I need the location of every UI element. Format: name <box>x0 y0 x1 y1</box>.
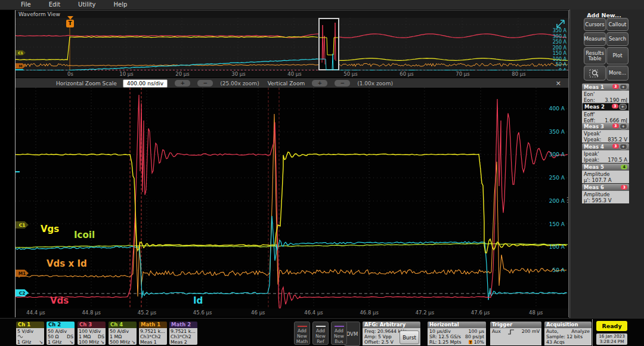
overview-amp-tick: 300 A <box>553 34 566 39</box>
more-button[interactable]: More... <box>606 66 628 81</box>
meas-header-3[interactable]: Meas 33+ <box>582 123 629 130</box>
meas-source-badge: 3 <box>612 84 619 89</box>
badge-cell: Ch3*Ch2 <box>140 334 161 339</box>
menu-help[interactable]: Help <box>114 0 128 10</box>
meas-card-4[interactable]: Meas 43+Ipeak'Ipeak:170.5 A <box>582 143 629 163</box>
time-axis-tick: 46.8 µs <box>357 310 381 316</box>
amp-axis-tick: 350 A <box>549 129 565 135</box>
waveform-view-tab[interactable]: Waveform View <box>15 11 60 17</box>
close-zoom-bar-button[interactable]: × <box>556 79 561 87</box>
channel-badge-ch-1[interactable]: Ch 15 V/div1 GHz↘ <box>16 322 44 345</box>
meas-body: Eoff'Eoff:1.666 mJ <box>582 111 629 123</box>
expand-overview-icon[interactable] <box>556 19 566 29</box>
date-text: 16 Jan 2023 <box>596 333 627 339</box>
trigger-position-marker[interactable]: T <box>66 20 74 27</box>
channel-badge-ch-2[interactable]: Ch 250 A/div50 ΩDS1 GHz↘ <box>47 322 75 345</box>
acquisition-panel[interactable]: Acquisition Auto,Analyze Sample: 12 bits… <box>544 322 592 345</box>
channel-badge-ch-4[interactable]: Ch 450 A/div1 MΩ500 MHz↘ <box>109 322 137 345</box>
meas-body: Amplitudeµ':107.7 A <box>582 171 629 183</box>
horizontal-panel[interactable]: Horizontal 10 µs/div100 µs SR: 12.5 GS/s… <box>428 322 486 345</box>
amp-axis-tick: 150 A <box>549 221 565 227</box>
badge-cell: 1 MΩ <box>110 334 122 339</box>
meas-header-4[interactable]: Meas 43+ <box>582 143 629 150</box>
window-border-right <box>568 10 569 317</box>
v-zoom-minus-button[interactable]: − <box>335 80 350 86</box>
meas-header-1[interactable]: Meas 13+ <box>582 84 629 91</box>
acquisition-mode: Auto, <box>546 329 559 334</box>
channel-badge-header-ch-1: Ch 1 <box>16 322 44 328</box>
meas-header-6[interactable]: Meas 63 <box>582 184 629 191</box>
time-axis-tick: 46 µs <box>246 310 270 316</box>
zoomed-waveform-view[interactable]: Vgs Icoil Vds x Id Vds Id C1M1C2400 A350… <box>16 88 568 308</box>
color-key-line <box>335 326 344 327</box>
overview-amp-tick: 100 A <box>553 57 566 62</box>
badge-row: 1 MΩDS <box>79 334 104 339</box>
panel-drag-handle[interactable]: ⋮ <box>564 196 571 204</box>
badge-row: 500 MHz↘ <box>110 339 135 345</box>
meas-card-1[interactable]: Meas 13+Eon'Eon:3.190 mJ <box>582 84 629 103</box>
zoom-select-button[interactable] <box>584 66 606 81</box>
plot-button[interactable]: Plot <box>606 47 628 64</box>
channel-badge-body: 5 V/div1 GHz↘ <box>16 328 44 345</box>
time-axis-tick: 44.8 µs <box>79 310 103 316</box>
badge-row: 50 ΩDS <box>48 334 73 339</box>
badge-cell: 500 MHz <box>110 339 130 345</box>
channel-badge-math-1[interactable]: Math 19.7521 k...Ch3*Ch2Meas 1 <box>139 322 167 345</box>
meas-value-row: µ':107.7 A <box>584 177 627 183</box>
cursors-button[interactable]: Cursors <box>584 18 606 31</box>
badge-cell: Ch3*Ch2 <box>171 334 191 339</box>
menu-utility[interactable]: Utility <box>78 0 95 10</box>
badge-row: 1 GHz↘ <box>48 339 73 345</box>
badge-row: Meas 2 <box>171 339 196 345</box>
time-axis-tick: 46.4 µs <box>302 310 326 316</box>
add-new-math-button[interactable]: AddNewMath <box>294 322 310 345</box>
amp-axis-tick: 200 A <box>549 198 565 204</box>
meas-card-6[interactable]: Meas 63Amplitudeµ':595.3 V <box>582 184 629 203</box>
meas-card-5[interactable]: Meas 54Amplitudeµ':107.7 A <box>582 163 629 183</box>
channel-badge-math-2[interactable]: Math 29.7521 k...Ch3*Ch2Meas 2 <box>169 322 197 345</box>
meas-type: Eon' <box>584 91 627 97</box>
waveform-traces <box>16 88 568 308</box>
add-new-ref-button[interactable]: AddNewRef <box>312 322 329 345</box>
trigger-panel[interactable]: Trigger Aux 200 mV <box>490 322 541 345</box>
h-zoom-minus-button[interactable]: − <box>197 80 213 86</box>
acquisition-title: Acquisition <box>544 322 592 328</box>
meas-value: 170.5 A <box>608 157 627 163</box>
overview-timeline[interactable]: C1MC2350 A300 A250 A200 A150 A100 A50 A0… <box>16 18 568 70</box>
channel-badge-ch-3[interactable]: Ch 3100 V/div1 MΩDS100 MHz↘ <box>78 322 106 345</box>
menu-edit[interactable]: Edit <box>49 0 60 10</box>
h-zoom-scale-input[interactable]: 400.00 ns/div <box>123 79 168 88</box>
meas-header-5[interactable]: Meas 54 <box>582 163 629 171</box>
meas-card-3[interactable]: Meas 33+Vpeak'Vpeak:835.2 V <box>582 123 629 143</box>
menu-bar: FileEditUtilityHelp <box>0 0 644 10</box>
burst-button[interactable]: Burst <box>400 330 419 344</box>
amp-axis-tick: 300 A <box>549 152 565 157</box>
v-zoom-plus-button[interactable]: + <box>312 80 327 86</box>
channel-badge-body: 100 V/div1 MΩDS100 MHz↘ <box>78 328 106 345</box>
meas-body: Eon'Eon:3.190 mJ <box>582 91 629 103</box>
add-new-bus-button[interactable]: AddNewBus <box>331 322 347 345</box>
h-zoom-plus-button[interactable]: + <box>175 80 190 86</box>
meas-type: Amplitude <box>584 171 627 177</box>
overview-amp-tick: 200 A <box>553 45 566 51</box>
bandwidth-arrow-icon: ↘ <box>100 339 104 345</box>
overview-time-tick: 60 µs <box>395 71 419 77</box>
meas-value-label: µ': <box>584 197 590 203</box>
v-zoom-label: Vertical Zoom <box>268 81 305 86</box>
badge-row: 5 V/div <box>17 329 43 334</box>
meas-card-2[interactable]: Meas 23+Eoff'Eoff:1.666 mJ <box>582 103 629 123</box>
horizontal-window: 100 µs <box>469 329 484 334</box>
meas-body: Amplitudeµ':595.3 V <box>582 191 629 203</box>
results-table-button[interactable]: Results Table <box>584 47 606 64</box>
callout-button[interactable]: Callout <box>606 18 628 31</box>
time-axis-tick: 48 µs <box>524 310 548 316</box>
measure-button[interactable]: Measure <box>584 32 606 46</box>
afg-panel[interactable]: AFG: Arbitrary Freq: 20.9644 kHz Amp: 5 … <box>363 322 420 345</box>
ready-status-button[interactable]: Ready <box>596 321 627 331</box>
channel-badge-header-math-2: Math 2 <box>169 322 197 328</box>
meas-badges: 3+ <box>612 144 627 150</box>
meas-header-2[interactable]: Meas 23+ <box>582 103 629 111</box>
menu-file[interactable]: File <box>21 0 31 10</box>
badge-row: Ch3*Ch2 <box>171 334 196 339</box>
search-button[interactable]: Search <box>606 32 628 46</box>
